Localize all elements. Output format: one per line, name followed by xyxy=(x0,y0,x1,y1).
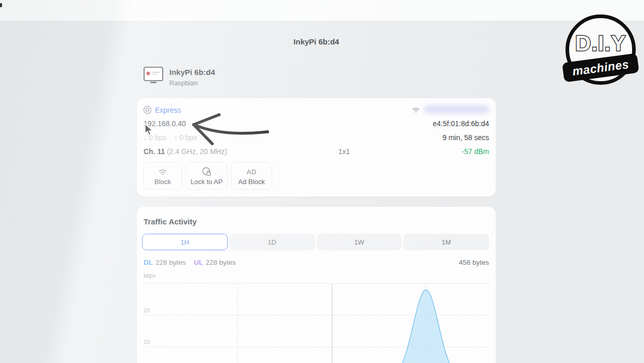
page-title: InkyPi 6b:d4 xyxy=(137,37,496,46)
traffic-chart[interactable]: 1020 xyxy=(142,282,489,363)
spatial-streams: 1x1 xyxy=(338,147,350,156)
block-button[interactable]: Block xyxy=(143,162,182,190)
top-bar xyxy=(0,0,644,21)
lock-to-ap-button[interactable]: Lock to AP xyxy=(185,162,228,190)
device-header: InkyPi 6b:d4 Raspbian xyxy=(143,66,215,87)
ssid-redacted xyxy=(424,105,489,114)
upload-legend-label: UL xyxy=(194,259,203,266)
download-total: 228 bytes xyxy=(155,259,186,266)
channel-row: Ch. 11 (2.4 GHz, 20 MHz) xyxy=(144,147,227,156)
lock-to-ap-icon xyxy=(201,167,212,177)
svg-text:20: 20 xyxy=(144,307,150,313)
device-os: Raspbian xyxy=(169,77,215,87)
raspberry-pi-monitor-icon xyxy=(143,66,164,84)
wifi-icon xyxy=(412,106,420,113)
tab-1d[interactable]: 1D xyxy=(229,234,315,250)
network-badge-label: Express xyxy=(155,106,181,114)
ad-icon: AD xyxy=(246,167,256,177)
traffic-total: 456 bytes xyxy=(459,259,489,266)
video-artifact xyxy=(0,3,2,7)
ip-address: 192.168.0.40 xyxy=(144,119,186,128)
block-button-label: Block xyxy=(154,178,171,186)
wifi-network-row[interactable] xyxy=(412,105,489,114)
tab-1h[interactable]: 1H xyxy=(142,234,228,250)
action-buttons: Block Lock to AP AD Ad Block xyxy=(143,162,272,190)
wifi-icon xyxy=(158,167,168,177)
upload-total: 228 bytes xyxy=(206,259,236,266)
svg-text:D.I.Y: D.I.Y xyxy=(575,31,626,55)
client-overview-card: Express 192.168.0.40 ↓0 bps ↑0 bps Ch. 1… xyxy=(137,98,496,196)
tab-1w[interactable]: 1W xyxy=(317,234,402,250)
upload-arrow-icon: ↑ xyxy=(174,133,178,142)
diy-machines-logo: D.I.Y machines xyxy=(566,14,636,85)
y-axis-unit-label: kbps xyxy=(144,273,155,279)
channel-label: Ch. 11 xyxy=(144,147,165,156)
download-arrow-icon: ↓ xyxy=(144,133,147,142)
ad-block-button-label: Ad Block xyxy=(238,178,264,186)
lock-to-ap-button-label: Lock to AP xyxy=(191,178,223,186)
channel-detail: (2.4 GHz, 20 MHz) xyxy=(167,147,227,156)
throughput-row: ↓0 bps ↑0 bps xyxy=(144,133,198,142)
ad-block-button[interactable]: AD Ad Block xyxy=(231,162,272,190)
upload-rate: 0 bps xyxy=(179,133,197,142)
signal-strength: -57 dBm xyxy=(462,147,489,156)
time-range-tabs: 1H 1D 1W 1M xyxy=(142,234,489,250)
mac-address: e4:5f:01:8d:6b:d4 xyxy=(433,119,489,128)
uptime: 9 min, 58 secs xyxy=(443,133,489,142)
traffic-stats: DL228 bytes UL228 bytes xyxy=(144,259,236,266)
traffic-activity-card: Traffic Activity 1H 1D 1W 1M DL228 bytes… xyxy=(137,207,496,363)
download-legend-label: DL xyxy=(144,259,153,266)
svg-text:10: 10 xyxy=(144,339,150,345)
device-name: InkyPi 6b:d4 xyxy=(169,66,215,77)
network-badge[interactable]: Express xyxy=(143,105,181,114)
tab-1m[interactable]: 1M xyxy=(403,234,489,250)
traffic-activity-title: Traffic Activity xyxy=(144,217,197,226)
target-circle-icon xyxy=(143,105,152,114)
download-rate: 0 bps xyxy=(149,133,166,142)
